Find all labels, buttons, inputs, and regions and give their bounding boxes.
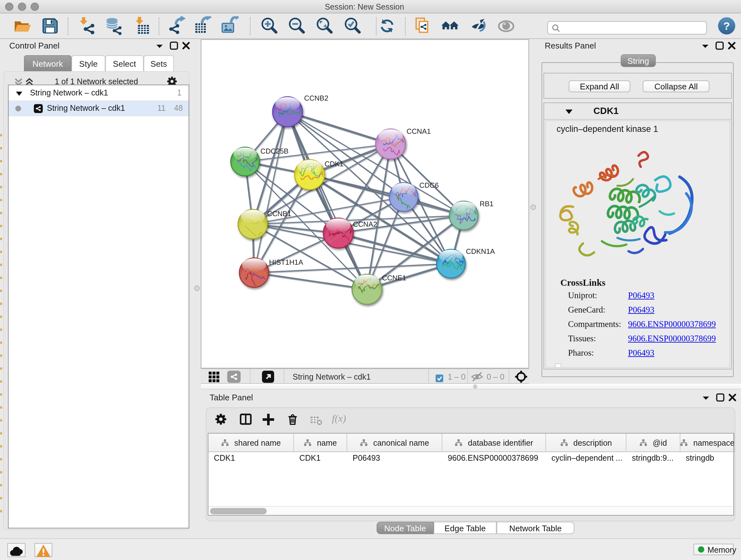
- svg-text:CDC25B: CDC25B: [260, 148, 288, 155]
- svg-text:CCNB1: CCNB1: [267, 210, 291, 218]
- svg-text:HIST1H1A: HIST1H1A: [269, 259, 304, 266]
- svg-text:CCNA1: CCNA1: [407, 128, 431, 136]
- svg-text:CDK1: CDK1: [325, 161, 344, 168]
- svg-text:RB1: RB1: [480, 200, 494, 208]
- svg-text:CDC6: CDC6: [419, 182, 439, 190]
- svg-text:CCNE1: CCNE1: [382, 274, 406, 282]
- svg-text:CCNB2: CCNB2: [304, 95, 328, 103]
- svg-text:CDKN1A: CDKN1A: [466, 248, 495, 256]
- svg-text:CCNA2: CCNA2: [353, 221, 377, 229]
